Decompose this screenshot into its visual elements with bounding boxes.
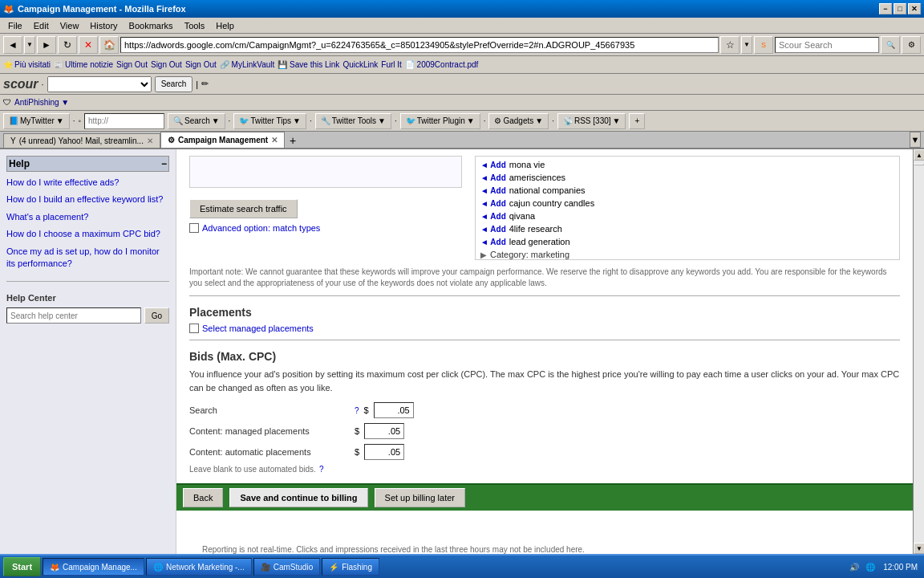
forward-button[interactable]: ► [37,36,56,54]
tab-yahoo-mail[interactable]: Y (4 unread) Yahoo! Mail, streamlin... ✕ [3,133,160,148]
twitter-plugin-button[interactable]: 🐦 Twitter Plugin ▼ [400,113,480,129]
keywords-input-box[interactable] [189,156,462,188]
title-bar-controls[interactable]: − □ ✕ [879,3,921,14]
help-go-button[interactable]: Go [144,307,169,324]
category-marketing-header[interactable]: ▶ Category: marketing [477,248,898,259]
help-link-1[interactable]: How do I write effective ads? [6,177,169,189]
tab-campaign-label: Campaign Management [178,136,268,144]
minimize-button[interactable]: − [879,3,892,14]
twitter-tools-button[interactable]: 🔧 Twitter Tools ▼ [315,113,391,129]
scroll-up-button[interactable]: ▲ [914,149,924,161]
suggestion-4life[interactable]: ◄ Add 4life research [477,222,898,235]
menu-view[interactable]: View [55,19,84,32]
content-area: Estimate search traffic Advanced option:… [176,149,913,554]
suggestion-amerisciences[interactable]: ◄ Add amerisciences [477,171,898,184]
gadgets-button[interactable]: ⚙ Gadgets ▼ [488,113,549,129]
advanced-option-link[interactable]: Advanced option: match types [202,223,320,233]
rss-icon[interactable]: S [754,36,773,54]
suggestion-qivana[interactable]: ◄ Add qivana [477,210,898,222]
scour-search-button[interactable]: Search [155,76,193,92]
nav-toolbar: ◄ ▼ ► ↻ ✕ 🏠 ☆ ▼ S 🔍 ⚙ [0,34,924,56]
new-tab-button[interactable]: + [285,133,301,148]
extension-icon[interactable]: ⚙ [902,36,921,54]
bookmark-furlit[interactable]: Furl It [381,60,402,69]
scour-search-input[interactable] [775,37,879,53]
bid-content-managed-input[interactable] [364,423,404,439]
main-content-wrapper: Estimate search traffic Advanced option:… [176,149,924,554]
maximize-button[interactable]: □ [894,3,906,14]
down-arrow[interactable]: ▼ [24,36,35,54]
leave-blank-help[interactable]: ? [319,465,324,474]
search-go-button[interactable]: 🔍 [881,36,900,54]
address-bar[interactable] [120,37,719,53]
bookmark-ultime-notizie[interactable]: 📰 Ultime notizie [54,60,113,69]
twitter-sep5: · [484,116,486,125]
title-bar: 🦊 Campaign Management - Mozilla Firefox … [0,0,924,18]
help-link-4[interactable]: How do I choose a maximum CPC bid? [6,228,169,240]
add-tab-button[interactable]: + [629,113,645,129]
bid-content-auto-input[interactable] [364,444,404,460]
suggestion-national-companies[interactable]: ◄ Add national companies [477,184,898,197]
help-link-2[interactable]: How do I build an effective keyword list… [6,193,169,206]
antiphishing-button[interactable]: AntiPhishing ▼ [14,98,69,107]
scour-category-select[interactable] [47,76,152,92]
tab-campaign-management[interactable]: ⚙ Campaign Management ✕ [160,132,285,148]
taskbar-item-network[interactable]: 🌐 Network Marketing -... [146,558,252,576]
suggestion-lead-gen[interactable]: ◄ Add lead generation [477,235,898,248]
reload-button[interactable]: ↻ [58,36,77,54]
bid-search-help[interactable]: ? [355,406,359,415]
bookmark-save-link[interactable]: 💾 Save this Link [278,60,339,69]
bookmark-signout-1[interactable]: Sign Out [116,60,148,69]
taskbar-item-camstudio[interactable]: 🎥 CamStudio [253,558,320,576]
dropdown-arrow[interactable]: ▼ [741,36,752,54]
help-link-3[interactable]: What's a placement? [6,211,169,223]
save-continue-billing-button[interactable]: Save and continue to billing [229,488,367,507]
leave-blank-row: Leave blank to use automated bids. ? [189,465,900,474]
twitter-search-button[interactable]: 🔍 Search ▼ [168,113,225,129]
estimate-traffic-button[interactable]: Estimate search traffic [189,199,298,218]
tab-campaign-close[interactable]: ✕ [271,136,278,144]
help-link-5[interactable]: Once my ad is set up, how do I monitor i… [6,246,169,271]
bookmark-mylinkvault[interactable]: 🔗 MyLinkVault [220,60,275,69]
menu-history[interactable]: History [85,19,122,32]
stop-button[interactable]: ✕ [79,36,98,54]
bookmark-signout-2[interactable]: Sign Out [151,60,182,69]
select-managed-placements-link[interactable]: Select managed placements [189,324,900,333]
tab-scroll-right[interactable]: ▼ [910,132,921,148]
back-button[interactable]: Back [183,488,223,507]
rss-button[interactable]: 📡 RSS [330] ▼ [557,113,626,129]
scroll-thumb[interactable] [914,164,924,165]
tab-yahoo-close[interactable]: ✕ [147,136,153,145]
home-button[interactable]: 🏠 [99,36,119,54]
taskbar-item-campaign[interactable]: 🦊 Campaign Manage... [43,558,144,576]
twitter-tips-button[interactable]: 🐦 Twitter Tips ▼ [233,113,306,129]
bookmark-star[interactable]: ☆ [720,36,740,54]
menu-file[interactable]: File [3,19,27,32]
scour-edit-icon[interactable]: ✏ [201,79,209,89]
taskbar-item-flashing[interactable]: ⚡ Flashing [322,558,379,576]
suggestion-cajun[interactable]: ◄ Add cajun country candles [477,197,898,210]
bid-search-input[interactable] [374,402,414,418]
placements-checkbox[interactable] [189,324,199,333]
mytwitter-button[interactable]: 📘 MyTwitter ▼ [3,113,70,129]
bookmark-quicklink[interactable]: QuickLink [342,60,378,69]
bookmark-piu-visitati[interactable]: ⭐ Più visitati [3,60,51,69]
scroll-down-button[interactable]: ▼ [914,543,924,554]
tab-bar: Y (4 unread) Yahoo! Mail, streamlin... ✕… [0,132,924,149]
bookmark-signout-3[interactable]: Sign Out [185,60,217,69]
bookmark-contract[interactable]: 📄 2009Contract.pdf [405,60,479,69]
menu-edit[interactable]: Edit [29,19,54,32]
suggestion-mona-vie[interactable]: ◄ Add mona vie [477,158,898,171]
help-collapse-button[interactable]: − [161,158,167,169]
help-search-input[interactable] [6,307,141,324]
close-button[interactable]: ✕ [908,3,921,14]
menu-help[interactable]: Help [211,19,239,32]
placements-section: Placements Select managed placements [189,306,900,333]
advanced-checkbox[interactable] [189,223,199,233]
menu-bookmarks[interactable]: Bookmarks [124,19,178,32]
back-button[interactable]: ◄ [3,36,22,54]
menu-tools[interactable]: Tools [180,19,210,32]
twitter-url-input[interactable] [84,113,164,129]
setup-billing-later-button[interactable]: Set up billing later [375,488,465,507]
start-button[interactable]: Start [3,557,41,576]
